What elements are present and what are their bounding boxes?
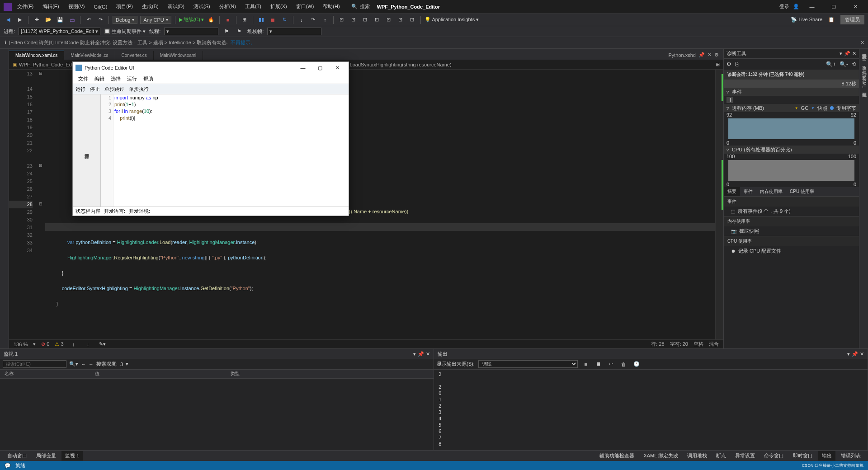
diag-zoomout-icon[interactable]: 🔍-	[840, 61, 848, 67]
menu-debug[interactable]: 调试(D)	[164, 1, 188, 12]
stop-debug-icon[interactable]: ⏹	[269, 15, 278, 24]
output-clear2-icon[interactable]: 🗑	[619, 360, 628, 369]
popup-tb-stepover[interactable]: 单步跳过	[104, 86, 124, 93]
platform-dropdown[interactable]: Any CPU ▾	[140, 16, 171, 24]
brush-icon[interactable]: ✎▾	[98, 340, 107, 349]
bt-exceptions[interactable]: 异常设置	[731, 451, 759, 461]
bt-callstack[interactable]: 调用堆栈	[684, 451, 711, 461]
xaml-icon7[interactable]: ⊡	[408, 15, 417, 24]
menu-help[interactable]: 帮助(H)	[319, 1, 343, 12]
save-icon[interactable]: 💾	[56, 15, 65, 24]
open-icon[interactable]: 📂	[44, 15, 53, 24]
crumb-project[interactable]: WPF_Python_Code_Editor	[19, 62, 79, 67]
user-icon[interactable]: 👤	[793, 4, 799, 9]
zoom-level[interactable]: 136 %	[14, 342, 28, 347]
config-dropdown[interactable]: Debug ▾	[113, 16, 137, 24]
pin-icon[interactable]: 📌	[698, 52, 705, 58]
popup-menu-select[interactable]: 选择	[108, 75, 123, 83]
output-time-icon[interactable]: 🕐	[632, 360, 641, 369]
error-count[interactable]: ⊘ 0	[41, 341, 49, 347]
watch-col-type[interactable]: 类型	[226, 370, 244, 378]
search-box[interactable]: 🔍 搜索	[351, 3, 370, 10]
thread-icon[interactable]: ⚑	[222, 27, 231, 36]
bt-output[interactable]: 输出	[818, 451, 835, 461]
output-drop-icon[interactable]: ▾	[847, 351, 850, 357]
menu-view[interactable]: 视图(V)	[65, 1, 89, 12]
diag-events-header[interactable]: 事件	[732, 89, 742, 95]
close-button[interactable]: ✕	[846, 0, 864, 13]
menu-edit[interactable]: 编辑(E)	[39, 1, 63, 12]
xaml-icon6[interactable]: ⊡	[396, 15, 405, 24]
saveall-icon[interactable]: 🗃	[67, 15, 76, 24]
right-toolstrip[interactable]: 解决方案资源管理器 Git 更改 属性 通知 XAML 实时预览	[859, 49, 868, 348]
bt-auto[interactable]: 自动窗口	[4, 451, 31, 461]
nav-fwd-icon[interactable]: ▶	[15, 15, 24, 24]
menu-project[interactable]: 项目(P)	[113, 1, 137, 12]
xaml-icon4[interactable]: ⊡	[373, 15, 382, 24]
popup-tb-stop[interactable]: 停止	[90, 86, 100, 93]
diag-mem-header[interactable]: 进程内存 (MB)	[732, 105, 764, 112]
stack-dropdown[interactable]: ▾	[267, 28, 321, 35]
split-icon[interactable]: ⊞	[716, 61, 720, 67]
watch-search-input[interactable]	[3, 360, 66, 368]
minimap[interactable]	[715, 70, 723, 339]
output-clear-icon[interactable]: ≡	[581, 360, 590, 369]
login-label[interactable]: 登录	[779, 3, 789, 10]
popup-tb-stepinto[interactable]: 单步执行	[129, 86, 149, 93]
tab-mainwindow-cs[interactable]: MainWindow.xaml.cs	[9, 51, 64, 60]
output-close-icon[interactable]: ✕	[860, 351, 864, 357]
app-insights-button[interactable]: 💡 Application Insights ▾	[425, 17, 479, 23]
diag-tab-cpu[interactable]: CPU 使用率	[786, 187, 818, 196]
stop-icon[interactable]: ■	[223, 15, 232, 24]
process-dropdown[interactable]: [31172] WPF_Python_Code_Edit ▾	[19, 28, 100, 35]
watch-col-value[interactable]: 值	[90, 370, 226, 378]
watch-nav-left-icon[interactable]: ←	[81, 362, 86, 367]
watch-nav-right-icon[interactable]: →	[89, 362, 94, 367]
popup-menu-edit[interactable]: 编辑	[92, 75, 107, 83]
restart-icon[interactable]: ↻	[280, 15, 289, 24]
info-dont-show[interactable]: 不再提示。	[231, 39, 255, 46]
diag-zoomin-icon[interactable]: 🔍+	[826, 61, 836, 67]
menu-build[interactable]: 生成(B)	[138, 1, 162, 12]
popup-explorer[interactable]: 资源管理器	[73, 94, 101, 207]
layout-icon[interactable]: ⊞	[240, 15, 249, 24]
step-over-icon[interactable]: ↷	[309, 15, 318, 24]
tab-mainviewmodel[interactable]: MainViewModel.cs	[64, 51, 115, 60]
output-toggle-icon[interactable]: ≣	[594, 360, 603, 369]
output-wrap-icon[interactable]: ↩	[607, 360, 616, 369]
status-output-icon[interactable]: 💬	[5, 463, 11, 469]
diag-pin-icon[interactable]: 📌	[844, 51, 850, 56]
diag-pause-button[interactable]: II	[726, 97, 733, 103]
indent-mode[interactable]: 空格	[693, 341, 703, 348]
diag-tab-summary[interactable]: 摘要	[724, 187, 740, 196]
fold-column[interactable]: ⊟⊟⊟	[36, 70, 45, 339]
undo-icon[interactable]: ↶	[84, 15, 93, 24]
thread-icon2[interactable]: ⚑	[235, 27, 244, 36]
xaml-icon5[interactable]: ⊡	[384, 15, 393, 24]
menu-git[interactable]: Git(G)	[90, 2, 111, 11]
watch-close-icon[interactable]: ✕	[426, 351, 430, 357]
warning-count[interactable]: ⚠ 3	[55, 341, 63, 347]
watch-pin-icon[interactable]: 📌	[418, 351, 424, 357]
step-into-icon[interactable]: ↓	[297, 15, 306, 24]
diag-mem-graph[interactable]	[728, 118, 854, 139]
info-close-icon[interactable]: ✕	[860, 40, 864, 46]
hot-reload-icon[interactable]: 🔥	[207, 15, 216, 24]
diag-dropdown-icon[interactable]: ▾	[840, 51, 842, 56]
diag-events-item[interactable]: ⬚ 所有事件(9 个，共 9 个)	[724, 207, 859, 216]
diag-close-icon[interactable]: ✕	[852, 51, 856, 56]
tab-mainwindow-xaml[interactable]: MainWindow.xaml	[154, 51, 203, 60]
bt-immediate[interactable]: 即时窗口	[789, 451, 816, 461]
output-body[interactable]: 2 2 0 1 2 3 4 5 6 7 8	[434, 370, 868, 450]
crumb-method[interactable]: LoadSyntaxHighlighting(string resourceNa…	[350, 62, 452, 67]
menu-file[interactable]: 文件(F)	[14, 1, 37, 12]
diag-settings-icon[interactable]: ⚙	[726, 61, 731, 67]
xaml-icon1[interactable]: ⊡	[337, 15, 346, 24]
new-icon[interactable]: ✚	[32, 15, 41, 24]
diag-record-cpu-item[interactable]: ⏺ 记录 CPU 配置文件	[724, 246, 859, 256]
menu-analyze[interactable]: 分析(N)	[216, 1, 240, 12]
watch-search-icon[interactable]: 🔍▾	[69, 361, 78, 367]
tab-converter[interactable]: Converter.cs	[115, 51, 154, 60]
lifecycle-events-button[interactable]: 🔲 生命周期事件 ▾	[104, 28, 146, 35]
minimize-button[interactable]: —	[803, 0, 821, 13]
